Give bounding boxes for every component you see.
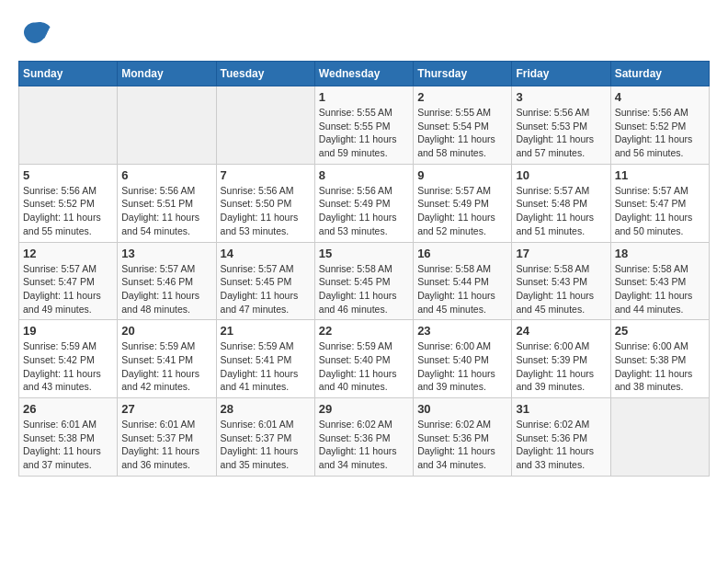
column-header-thursday: Thursday	[414, 62, 512, 86]
cell-info: Sunrise: 6:00 AMSunset: 5:39 PMDaylight:…	[516, 339, 606, 394]
sunrise-text: Sunrise: 5:56 AM	[221, 184, 311, 198]
day-number: 28	[221, 402, 311, 416]
day-number: 16	[417, 247, 507, 260]
sunset-text: Sunset: 5:47 PM	[23, 275, 113, 289]
day-number: 6	[121, 168, 211, 182]
cell-info: Sunrise: 6:01 AMSunset: 5:37 PMDaylight:…	[121, 418, 211, 472]
calendar-cell: 12Sunrise: 5:57 AMSunset: 5:47 PMDayligh…	[19, 242, 118, 320]
calendar-cell: 15Sunrise: 5:58 AMSunset: 5:45 PMDayligh…	[314, 242, 413, 320]
cell-info: Sunrise: 5:59 AMSunset: 5:41 PMDaylight:…	[121, 339, 211, 394]
daylight-text: Daylight: 11 hours and 45 minutes.	[417, 289, 507, 316]
daylight-text: Daylight: 11 hours and 43 minutes.	[23, 367, 113, 394]
cell-info: Sunrise: 6:00 AMSunset: 5:40 PMDaylight:…	[417, 339, 507, 394]
sunset-text: Sunset: 5:36 PM	[319, 431, 409, 445]
daylight-text: Daylight: 11 hours and 39 minutes.	[417, 367, 507, 394]
calendar-cell	[19, 86, 118, 165]
calendar-cell: 22Sunrise: 5:59 AMSunset: 5:40 PMDayligh…	[314, 320, 413, 398]
daylight-text: Daylight: 11 hours and 53 minutes.	[319, 211, 409, 237]
day-number: 3	[516, 90, 606, 104]
day-number: 19	[23, 324, 113, 338]
sunrise-text: Sunrise: 5:56 AM	[121, 184, 211, 198]
sunset-text: Sunset: 5:49 PM	[417, 197, 507, 211]
week-row-1: 1Sunrise: 5:55 AMSunset: 5:55 PMDaylight…	[19, 86, 710, 165]
sunrise-text: Sunrise: 5:56 AM	[319, 184, 409, 198]
day-number: 20	[121, 324, 211, 338]
cell-info: Sunrise: 5:58 AMSunset: 5:44 PMDaylight:…	[417, 262, 507, 316]
daylight-text: Daylight: 11 hours and 46 minutes.	[319, 289, 409, 316]
sunrise-text: Sunrise: 6:01 AM	[121, 418, 211, 431]
day-number: 14	[221, 247, 311, 260]
sunset-text: Sunset: 5:46 PM	[121, 275, 211, 289]
sunset-text: Sunset: 5:41 PM	[221, 353, 311, 367]
daylight-text: Daylight: 11 hours and 57 minutes.	[516, 132, 606, 159]
week-row-4: 19Sunrise: 5:59 AMSunset: 5:42 PMDayligh…	[19, 320, 710, 398]
day-number: 1	[319, 90, 409, 104]
daylight-text: Daylight: 11 hours and 47 minutes.	[221, 289, 311, 316]
daylight-text: Daylight: 11 hours and 52 minutes.	[417, 211, 507, 237]
cell-info: Sunrise: 5:58 AMSunset: 5:45 PMDaylight:…	[319, 262, 409, 316]
sunrise-text: Sunrise: 5:57 AM	[615, 184, 705, 198]
column-header-tuesday: Tuesday	[216, 62, 314, 86]
daylight-text: Daylight: 11 hours and 56 minutes.	[615, 132, 705, 159]
header-row: SundayMondayTuesdayWednesdayThursdayFrid…	[19, 62, 710, 86]
cell-info: Sunrise: 5:58 AMSunset: 5:43 PMDaylight:…	[615, 262, 705, 316]
sunrise-text: Sunrise: 5:55 AM	[417, 106, 507, 120]
calendar-cell	[610, 398, 709, 477]
cell-info: Sunrise: 5:57 AMSunset: 5:45 PMDaylight:…	[221, 262, 311, 316]
cell-info: Sunrise: 5:56 AMSunset: 5:52 PMDaylight:…	[23, 184, 113, 238]
sunset-text: Sunset: 5:53 PM	[516, 120, 606, 133]
calendar-cell: 23Sunrise: 6:00 AMSunset: 5:40 PMDayligh…	[414, 320, 512, 398]
cell-info: Sunrise: 5:55 AMSunset: 5:54 PMDaylight:…	[417, 106, 507, 160]
daylight-text: Daylight: 11 hours and 48 minutes.	[121, 289, 211, 316]
sunrise-text: Sunrise: 5:56 AM	[516, 106, 606, 120]
sunset-text: Sunset: 5:37 PM	[221, 431, 311, 445]
calendar-cell: 9Sunrise: 5:57 AMSunset: 5:49 PMDaylight…	[414, 164, 512, 242]
sunset-text: Sunset: 5:45 PM	[221, 275, 311, 289]
daylight-text: Daylight: 11 hours and 33 minutes.	[516, 444, 606, 471]
sunrise-text: Sunrise: 5:55 AM	[319, 106, 409, 120]
calendar-cell: 3Sunrise: 5:56 AMSunset: 5:53 PMDaylight…	[512, 86, 610, 165]
week-row-5: 26Sunrise: 6:01 AMSunset: 5:38 PMDayligh…	[19, 398, 710, 477]
cell-info: Sunrise: 6:01 AMSunset: 5:38 PMDaylight:…	[23, 418, 113, 472]
calendar-cell: 24Sunrise: 6:00 AMSunset: 5:39 PMDayligh…	[512, 320, 610, 398]
sunset-text: Sunset: 5:49 PM	[319, 197, 409, 211]
sunrise-text: Sunrise: 6:02 AM	[319, 418, 409, 431]
day-number: 29	[319, 402, 409, 416]
sunset-text: Sunset: 5:42 PM	[23, 353, 113, 367]
sunset-text: Sunset: 5:38 PM	[615, 353, 705, 367]
day-number: 4	[615, 90, 705, 104]
daylight-text: Daylight: 11 hours and 53 minutes.	[221, 211, 311, 237]
sunset-text: Sunset: 5:51 PM	[121, 197, 211, 211]
column-header-sunday: Sunday	[19, 62, 118, 86]
daylight-text: Daylight: 11 hours and 38 minutes.	[615, 367, 705, 394]
day-number: 13	[121, 247, 211, 260]
calendar-cell: 29Sunrise: 6:02 AMSunset: 5:36 PMDayligh…	[314, 398, 413, 477]
day-number: 5	[23, 168, 113, 182]
logo	[18, 18, 55, 52]
cell-info: Sunrise: 5:56 AMSunset: 5:53 PMDaylight:…	[516, 106, 606, 160]
day-number: 24	[516, 324, 606, 338]
daylight-text: Daylight: 11 hours and 45 minutes.	[516, 289, 606, 316]
cell-info: Sunrise: 5:57 AMSunset: 5:47 PMDaylight:…	[23, 262, 113, 316]
column-header-monday: Monday	[118, 62, 216, 86]
daylight-text: Daylight: 11 hours and 40 minutes.	[319, 367, 409, 394]
day-number: 12	[23, 247, 113, 260]
day-number: 27	[121, 402, 211, 416]
daylight-text: Daylight: 11 hours and 36 minutes.	[121, 444, 211, 471]
sunrise-text: Sunrise: 5:57 AM	[121, 262, 211, 276]
calendar-cell: 21Sunrise: 5:59 AMSunset: 5:41 PMDayligh…	[216, 320, 314, 398]
sunset-text: Sunset: 5:43 PM	[516, 275, 606, 289]
day-number: 11	[615, 168, 705, 182]
sunrise-text: Sunrise: 5:57 AM	[417, 184, 507, 198]
sunrise-text: Sunrise: 6:00 AM	[615, 339, 705, 353]
daylight-text: Daylight: 11 hours and 50 minutes.	[615, 211, 705, 237]
cell-info: Sunrise: 5:56 AMSunset: 5:51 PMDaylight:…	[121, 184, 211, 238]
day-number: 31	[516, 402, 606, 416]
column-header-wednesday: Wednesday	[314, 62, 413, 86]
calendar-table: SundayMondayTuesdayWednesdayThursdayFrid…	[18, 61, 710, 477]
calendar-cell: 27Sunrise: 6:01 AMSunset: 5:37 PMDayligh…	[118, 398, 216, 477]
day-number: 10	[516, 168, 606, 182]
day-number: 30	[417, 402, 507, 416]
sunset-text: Sunset: 5:47 PM	[615, 197, 705, 211]
calendar-cell: 31Sunrise: 6:02 AMSunset: 5:36 PMDayligh…	[512, 398, 610, 477]
